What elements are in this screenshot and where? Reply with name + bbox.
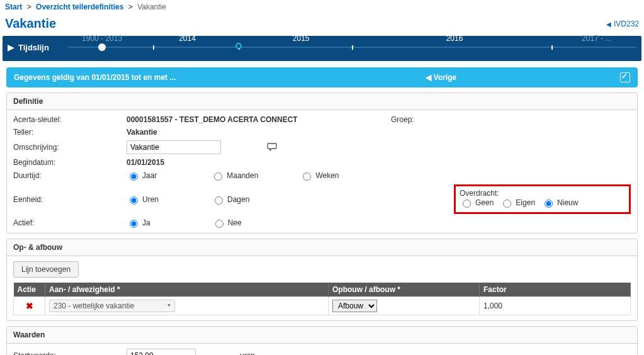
- value-acerta-sleutel: 00001581557 - TEST_DEMO ACERTA CONNECT: [127, 115, 391, 124]
- section-opafbouw: Op- & afbouw Lijn toevoegen Actie Aan- /…: [6, 239, 638, 321]
- label-teller: Teller:: [13, 128, 127, 137]
- section-definitie: Definitie Acerta-sleutel: 00001581557 - …: [6, 93, 638, 234]
- label-omschrijving: Omschrijving:: [13, 143, 127, 152]
- col-aanaf: Aan- / afwezigheid *: [45, 283, 329, 297]
- calendar-icon[interactable]: [620, 72, 630, 82]
- radio-actief: Ja Nee: [127, 218, 391, 228]
- radio-dagen[interactable]: [215, 196, 223, 205]
- cell-factor: 1,000: [480, 297, 631, 315]
- radio-overdracht-nieuw[interactable]: [545, 200, 553, 208]
- table-row: ✖ 230 - wettelijke vakantie Afbouw 1,000: [14, 297, 631, 315]
- code-link[interactable]: IVD232: [606, 20, 639, 28]
- timeline-ring[interactable]: [235, 43, 242, 49]
- select-opafb[interactable]: Afbouw: [332, 300, 377, 312]
- delete-row-icon[interactable]: ✖: [26, 301, 33, 311]
- label-duurtijd: Duurtijd:: [13, 171, 127, 180]
- radio-jaar[interactable]: [130, 172, 138, 181]
- timeline-track[interactable]: 1900 - 2013 2014 2015 2016 2017 - ...: [68, 47, 636, 48]
- chat-icon[interactable]: [267, 142, 277, 153]
- timeline-year-0[interactable]: 1900 - 2013: [82, 34, 122, 43]
- section-header-opafbouw: Op- & afbouw: [7, 239, 637, 256]
- label-uren: uren: [240, 351, 290, 355]
- radio-ja[interactable]: [130, 220, 138, 228]
- radio-nee[interactable]: [215, 220, 223, 228]
- dropdown-aanaf[interactable]: 230 - wettelijke vakantie: [49, 300, 175, 312]
- label-eenheid: Eenheid:: [13, 195, 127, 204]
- label-overdracht: Overdracht:: [460, 189, 499, 198]
- opaf-table: Actie Aan- / afwezigheid * Opbouw / afbo…: [13, 283, 631, 315]
- breadcrumb: Start > Overzicht tellerdefinities > Vak…: [0, 0, 644, 14]
- timeline-label: Tijdslijn: [18, 43, 49, 52]
- label-acerta-sleutel: Acerta-sleutel:: [13, 115, 127, 124]
- vorige-link[interactable]: ◀ Vorige: [426, 73, 456, 82]
- section-header-waarden: Waarden: [7, 327, 637, 344]
- label-groep: Groep:: [391, 115, 460, 124]
- overdracht-highlight: Overdracht: Geen Eigen Nieuw: [454, 184, 631, 214]
- label-begindatum: Begindatum:: [13, 158, 127, 167]
- page-title: Vakantie: [5, 16, 56, 31]
- radio-duurtijd: Jaar Maanden Weken: [127, 171, 391, 181]
- validity-bar: Gegevens geldig van 01/01/2015 tot en me…: [6, 67, 638, 87]
- breadcrumb-start[interactable]: Start: [5, 3, 22, 11]
- radio-eenheid: Uren Dagen: [127, 194, 391, 205]
- radio-overdracht-eigen[interactable]: [503, 200, 511, 208]
- timeline-year-3[interactable]: 2016: [446, 34, 463, 43]
- timeline-year-4[interactable]: 2017 - ...: [582, 34, 611, 43]
- input-startwaarde[interactable]: [127, 349, 196, 355]
- timeline: ▶ Tijdslijn 1900 - 2013 2014 2015 2016 2…: [3, 36, 641, 61]
- col-factor: Factor: [480, 283, 631, 297]
- radio-overdracht-geen[interactable]: [463, 200, 471, 208]
- value-begindatum: 01/01/2015: [127, 158, 391, 167]
- label-startwaarde: Startwaarde:: [13, 351, 127, 355]
- radio-maanden[interactable]: [214, 172, 222, 181]
- input-omschrijving[interactable]: [127, 140, 221, 154]
- radio-weken[interactable]: [303, 172, 311, 181]
- timeline-year-2[interactable]: 2015: [293, 34, 310, 43]
- radio-overdracht: Geen Eigen Nieuw: [460, 198, 578, 208]
- breadcrumb-current: Vakantie: [137, 3, 166, 11]
- value-teller: Vakantie: [127, 128, 391, 137]
- timeline-year-1[interactable]: 2014: [179, 34, 196, 43]
- validity-text: Gegevens geldig van 01/01/2015 tot en me…: [14, 73, 426, 82]
- label-actief: Actief:: [13, 218, 127, 227]
- play-icon[interactable]: ▶: [8, 42, 14, 52]
- col-opafb: Opbouw / afbouw *: [329, 283, 480, 297]
- timeline-dot[interactable]: [98, 43, 106, 51]
- col-actie: Actie: [14, 283, 45, 297]
- section-header-definitie: Definitie: [7, 93, 637, 110]
- section-waarden: Waarden Startwaarde: uren Minimum: Alarm…: [6, 326, 638, 355]
- breadcrumb-overzicht[interactable]: Overzicht tellerdefinities: [36, 3, 123, 11]
- radio-uren[interactable]: [130, 196, 138, 205]
- add-line-button[interactable]: Lijn toevoegen: [13, 261, 79, 278]
